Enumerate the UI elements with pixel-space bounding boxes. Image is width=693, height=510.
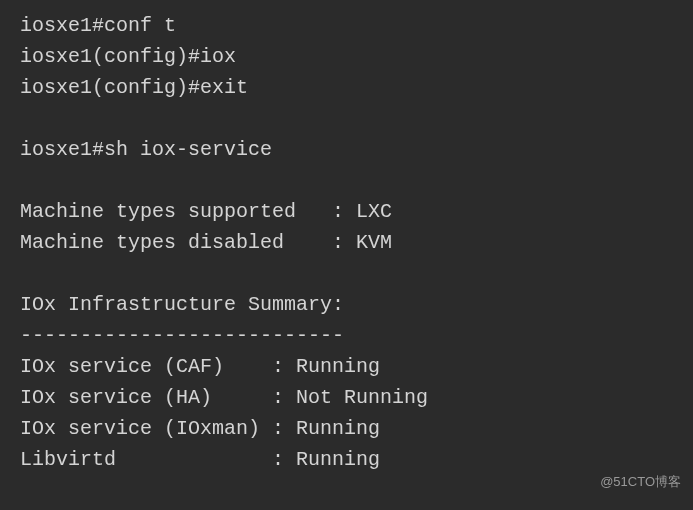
- terminal-output-line: IOx service (CAF) : Running: [20, 351, 673, 382]
- terminal-output-line: Machine types disabled : KVM: [20, 227, 673, 258]
- watermark-text: @51CTO博客: [600, 472, 681, 492]
- terminal-blank-line: [20, 165, 673, 196]
- terminal-output-line: Machine types supported : LXC: [20, 196, 673, 227]
- terminal-output-line: ---------------------------: [20, 320, 673, 351]
- prompt-hostname: iosxe1: [20, 138, 92, 161]
- prompt-hostname: iosxe1: [20, 45, 92, 68]
- terminal-command-line: iosxe1#: [20, 506, 673, 510]
- prompt-hostname: iosxe1: [20, 14, 92, 37]
- terminal-output-line: IOx Infrastructure Summary:: [20, 289, 673, 320]
- prompt-symbol: #: [188, 45, 200, 68]
- terminal-command-line: iosxe1(config)#iox: [20, 41, 673, 72]
- prompt-symbol: #: [92, 138, 104, 161]
- terminal-blank-line: [20, 475, 673, 506]
- terminal-command-line: iosxe1(config)#exit: [20, 72, 673, 103]
- command-text: iox: [200, 45, 236, 68]
- prompt-symbol: #: [188, 76, 200, 99]
- terminal-blank-line: [20, 103, 673, 134]
- prompt-mode: (config): [92, 45, 188, 68]
- prompt-hostname: iosxe1: [20, 76, 92, 99]
- terminal-output-line: IOx service (HA) : Not Running: [20, 382, 673, 413]
- terminal-command-line: iosxe1#conf t: [20, 10, 673, 41]
- terminal-output[interactable]: iosxe1#conf tiosxe1(config)#ioxiosxe1(co…: [20, 10, 673, 510]
- terminal-command-line: iosxe1#sh iox-service: [20, 134, 673, 165]
- command-text: exit: [200, 76, 248, 99]
- command-text: sh iox-service: [104, 138, 272, 161]
- terminal-output-line: Libvirtd : Running: [20, 444, 673, 475]
- terminal-output-line: IOx service (IOxman) : Running: [20, 413, 673, 444]
- prompt-mode: (config): [92, 76, 188, 99]
- prompt-symbol: #: [92, 14, 104, 37]
- command-text: conf t: [104, 14, 176, 37]
- terminal-blank-line: [20, 258, 673, 289]
